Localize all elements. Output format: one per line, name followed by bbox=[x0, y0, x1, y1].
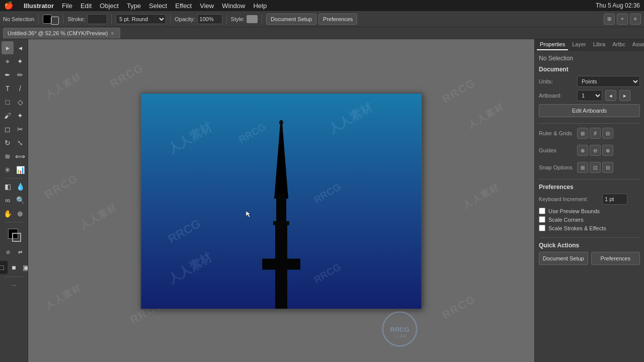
create-icon[interactable]: + bbox=[617, 14, 628, 25]
tab-libraries[interactable]: Libra bbox=[590, 39, 608, 50]
svg-rect-15 bbox=[275, 267, 287, 309]
document-setup-button[interactable]: Document Setup bbox=[266, 14, 316, 25]
tools-panel: ▸ ◂ ⌖ ✦ ✒ ✏ T / □ ◇ 🖌 ✦ ◻ ✂ ↻ ⤡ bbox=[0, 39, 28, 362]
zoom-tool[interactable]: 🔍 bbox=[14, 194, 26, 207]
stroke-color-box[interactable] bbox=[51, 17, 59, 25]
arrange-icon[interactable]: ⊞ bbox=[604, 14, 615, 25]
screen-mode-fs[interactable]: ▣ bbox=[21, 261, 29, 274]
menu-file[interactable]: File bbox=[62, 2, 72, 10]
doc-tab-close[interactable]: × bbox=[111, 31, 114, 36]
menu-select[interactable]: Select bbox=[149, 2, 167, 10]
line-tool[interactable]: / bbox=[14, 82, 26, 95]
blob-brush-tool[interactable]: ✦ bbox=[14, 109, 26, 122]
shape-tool[interactable]: □ bbox=[2, 96, 14, 109]
main-toolbar: No Selection Stroke: 5 pt. Round 3 pt. R… bbox=[0, 11, 644, 27]
svg-text:RRCG: RRCG bbox=[390, 326, 410, 333]
tool-group-blend: ∞ 🔍 bbox=[2, 194, 26, 207]
zoom2-tool[interactable]: ⊕ bbox=[14, 207, 26, 220]
toolbar-preferences-button[interactable]: Preferences bbox=[318, 14, 357, 25]
menu-type[interactable]: Type bbox=[127, 2, 141, 10]
guides-icons: ⊕ ⊖ ⊗ bbox=[577, 145, 613, 156]
opacity-input[interactable] bbox=[197, 14, 222, 24]
gradient-tool[interactable]: ◧ bbox=[2, 180, 14, 193]
menu-view[interactable]: View bbox=[200, 2, 214, 10]
guides-icon-3[interactable]: ⊗ bbox=[602, 145, 613, 156]
direct-select-tool[interactable]: ◂ bbox=[14, 41, 26, 54]
watermark-2: RRCG bbox=[108, 61, 146, 91]
menu-effect[interactable]: Effect bbox=[175, 2, 192, 10]
symbol-tool[interactable]: ✳ bbox=[2, 163, 14, 176]
eyedropper-tool[interactable]: 💧 bbox=[14, 180, 26, 193]
artboard-prev-btn[interactable]: ◂ bbox=[605, 90, 616, 101]
grid2-icon[interactable]: ⊟ bbox=[602, 128, 613, 139]
select-tool[interactable]: ▸ bbox=[2, 41, 14, 54]
lasso-tool[interactable]: ⌖ bbox=[2, 55, 14, 68]
units-select[interactable]: Points Pixels Inches mm bbox=[577, 76, 640, 87]
swap-icon[interactable]: ⇄ bbox=[15, 245, 26, 258]
app-name[interactable]: Illustrator bbox=[24, 2, 54, 10]
scale-strokes-checkbox[interactable] bbox=[539, 225, 545, 231]
grid-icon[interactable]: # bbox=[590, 128, 601, 139]
artboard-select[interactable]: 1 bbox=[577, 90, 602, 101]
scale-corners-row: Scale Corners bbox=[539, 216, 640, 223]
tab-properties[interactable]: Properties bbox=[537, 39, 568, 50]
menu-window[interactable]: Window bbox=[222, 2, 245, 10]
quick-preferences-button[interactable]: Preferences bbox=[591, 252, 640, 265]
canvas-area[interactable]: 人人素材 RRCG RRCG 人人素材 RRCG 人人素材 人人素材 人人素材 … bbox=[28, 39, 534, 362]
ruler-icon[interactable]: ⊞ bbox=[577, 128, 588, 139]
style-box[interactable] bbox=[247, 15, 258, 23]
tab-assets[interactable]: Asset bbox=[629, 39, 644, 50]
edit-artboards-button[interactable]: Edit Artboards bbox=[539, 104, 640, 117]
shape2-tool[interactable]: ◇ bbox=[14, 96, 26, 109]
artboard[interactable]: 人人素材 RRCG 人人素材 RRCG RRCG 人人素材 RRCG bbox=[140, 93, 422, 309]
watermark-5: RRCG bbox=[42, 172, 80, 202]
guides-icon-2[interactable]: ⊖ bbox=[590, 145, 601, 156]
snap-icon-1[interactable]: ⊞ bbox=[577, 162, 588, 173]
guides-row: Guides ⊕ ⊖ ⊗ bbox=[539, 145, 640, 156]
tool-group-select: ▸ ◂ bbox=[2, 41, 26, 54]
tool-divider-2 bbox=[5, 222, 23, 222]
blend-tool[interactable]: ∞ bbox=[2, 194, 14, 207]
menu-object[interactable]: Object bbox=[100, 2, 119, 10]
stroke-input[interactable] bbox=[87, 14, 107, 24]
pencil-tool[interactable]: ✏ bbox=[14, 68, 26, 81]
hand-tool[interactable]: ✋ bbox=[2, 207, 14, 220]
menu-bar: 🍎 Illustrator File Edit Object Type Sele… bbox=[0, 0, 644, 11]
tab-layer[interactable]: Layer bbox=[569, 39, 589, 50]
no-selection-text: No Selection bbox=[539, 55, 640, 62]
tab-artboards[interactable]: Artbc bbox=[609, 39, 628, 50]
scale-corners-checkbox[interactable] bbox=[539, 216, 545, 223]
brush-tool[interactable]: 🖌 bbox=[2, 109, 14, 122]
more-tools[interactable]: ··· bbox=[2, 279, 26, 292]
width-tool[interactable]: ⟺ bbox=[14, 150, 26, 163]
screen-mode-normal[interactable]: □ bbox=[0, 261, 8, 274]
eraser-tool[interactable]: ◻ bbox=[2, 123, 14, 136]
snap-icon-2[interactable]: ⊡ bbox=[590, 162, 601, 173]
document-section-header: Document bbox=[539, 66, 640, 73]
guides-icon-1[interactable]: ⊕ bbox=[577, 145, 588, 156]
scissors-tool[interactable]: ✂ bbox=[14, 123, 26, 136]
snap-icon-3[interactable]: ⊟ bbox=[602, 162, 613, 173]
doc-tab[interactable]: Untitled-36* @ 52,26 % (CMYK/Preview) × bbox=[3, 28, 120, 39]
magic-wand-tool[interactable]: ✦ bbox=[14, 55, 26, 68]
none-icon[interactable]: ⊘ bbox=[3, 245, 14, 258]
type-tool[interactable]: T bbox=[2, 82, 14, 95]
artboard-next-btn[interactable]: ▸ bbox=[619, 90, 630, 101]
menu-help[interactable]: Help bbox=[253, 2, 267, 10]
use-preview-bounds-checkbox[interactable] bbox=[539, 208, 545, 214]
brush-size-select[interactable]: 5 pt. Round 3 pt. Round 1 pt. Round bbox=[116, 14, 166, 24]
rotate-tool[interactable]: ↻ bbox=[2, 136, 14, 149]
keyboard-increment-input[interactable] bbox=[602, 194, 627, 205]
apple-menu[interactable]: 🍎 bbox=[4, 1, 14, 10]
screen-mode-full[interactable]: ■ bbox=[9, 261, 20, 274]
guides-section: Guides ⊕ ⊖ ⊗ bbox=[539, 145, 640, 156]
scale-tool[interactable]: ⤡ bbox=[14, 136, 26, 149]
pen-tool[interactable]: ✒ bbox=[2, 68, 14, 81]
menu-edit[interactable]: Edit bbox=[80, 2, 92, 10]
warp-tool[interactable]: ≋ bbox=[2, 150, 14, 163]
quick-document-setup-button[interactable]: Document Setup bbox=[539, 252, 588, 265]
stroke-box[interactable] bbox=[12, 233, 21, 242]
toolbar-sep-1 bbox=[38, 14, 39, 24]
menu-icon[interactable]: ≡ bbox=[630, 14, 641, 25]
graph-tool[interactable]: 📊 bbox=[14, 163, 26, 176]
